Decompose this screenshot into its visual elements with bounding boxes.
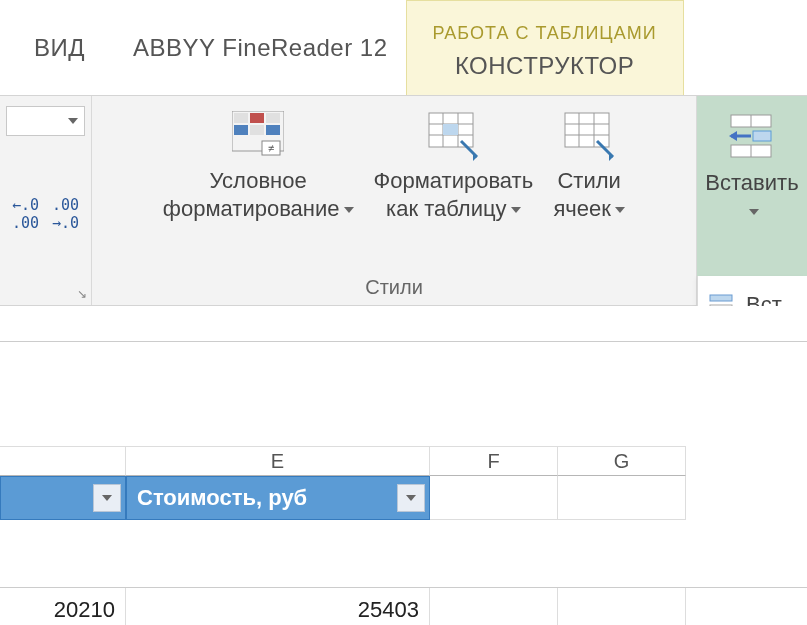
table-cell[interactable]: 25403 bbox=[126, 588, 430, 625]
number-format-dropdown[interactable] bbox=[6, 106, 85, 136]
chevron-down-icon bbox=[102, 495, 112, 501]
ribbon-group-insert: Вставить bbox=[697, 96, 807, 305]
format-as-table-icon bbox=[421, 106, 485, 166]
spreadsheet: E F G Стоимость, руб 20210 25403 bbox=[0, 306, 807, 625]
insert-label: Вставить bbox=[705, 170, 798, 195]
column-header-f[interactable]: F bbox=[430, 446, 558, 476]
insert-cells-icon bbox=[720, 108, 784, 168]
cell[interactable] bbox=[558, 476, 686, 520]
svg-text:≠: ≠ bbox=[268, 142, 274, 154]
svg-rect-4 bbox=[234, 125, 248, 135]
svg-rect-25 bbox=[710, 295, 732, 301]
ribbon-tab-strip: ВИД ABBYY FineReader 12 РАБОТА С ТАБЛИЦА… bbox=[0, 0, 807, 96]
formula-bar[interactable] bbox=[0, 306, 807, 342]
svg-rect-6 bbox=[266, 125, 280, 135]
column-header-e[interactable]: E bbox=[126, 446, 430, 476]
insert-cells-button[interactable]: Вставить bbox=[701, 106, 802, 226]
chevron-down-icon bbox=[615, 207, 625, 213]
cond-fmt-line2: форматирование bbox=[163, 196, 340, 221]
contextual-tab-label: КОНСТРУКТОР bbox=[455, 52, 634, 80]
table-header-col-e[interactable]: Стоимость, руб bbox=[126, 476, 430, 520]
cell[interactable] bbox=[430, 476, 558, 520]
chevron-down-icon bbox=[511, 207, 521, 213]
tab-view-label: ВИД bbox=[34, 34, 85, 62]
filter-button[interactable] bbox=[397, 484, 425, 512]
styles-group-label: Стили bbox=[102, 276, 686, 299]
dialog-launcher-icon[interactable]: ↘ bbox=[77, 287, 87, 301]
tab-design-contextual[interactable]: РАБОТА С ТАБЛИЦАМИ КОНСТРУКТОР bbox=[406, 0, 684, 95]
ribbon-group-styles: ≠ Условное форматирование bbox=[92, 96, 697, 305]
svg-rect-14 bbox=[443, 124, 458, 135]
tab-abbyy-label: ABBYY FineReader 12 bbox=[133, 34, 388, 62]
contextual-tab-supertitle: РАБОТА С ТАБЛИЦАМИ bbox=[433, 23, 657, 44]
conditional-formatting-icon: ≠ bbox=[226, 106, 290, 166]
chevron-down-icon bbox=[749, 209, 759, 215]
increase-decimal-button[interactable]: ←←.0.0 .00 bbox=[9, 196, 43, 232]
svg-rect-5 bbox=[250, 125, 264, 135]
chevron-down-icon bbox=[68, 118, 78, 124]
cell-styles-icon bbox=[557, 106, 621, 166]
table-header-col-d[interactable] bbox=[0, 476, 126, 520]
cell-styles-line2: ячеек bbox=[553, 196, 610, 221]
svg-rect-1 bbox=[234, 113, 248, 123]
svg-rect-24 bbox=[753, 131, 771, 141]
filter-button[interactable] bbox=[93, 484, 121, 512]
table-cell[interactable]: 20210 bbox=[0, 588, 126, 625]
format-as-table-button[interactable]: Форматировать как таблицу bbox=[370, 104, 538, 224]
conditional-formatting-button[interactable]: ≠ Условное форматирование bbox=[159, 104, 358, 224]
cell-styles-button[interactable]: Стили ячеек bbox=[549, 104, 629, 224]
cell[interactable] bbox=[430, 588, 558, 625]
column-header-g[interactable]: G bbox=[558, 446, 686, 476]
tab-abbyy[interactable]: ABBYY FineReader 12 bbox=[115, 0, 406, 95]
fmt-table-line2: как таблицу bbox=[386, 196, 506, 221]
svg-rect-2 bbox=[250, 113, 264, 123]
fmt-table-line1: Форматировать bbox=[374, 168, 534, 194]
ribbon: ←←.0.0 .00 .00 →.0→.0 ↘ bbox=[0, 96, 807, 306]
chevron-down-icon bbox=[344, 207, 354, 213]
column-header-d[interactable] bbox=[0, 446, 126, 476]
decrease-decimal-button[interactable]: .00 →.0→.0 bbox=[49, 196, 83, 232]
chevron-down-icon bbox=[406, 495, 416, 501]
cell-styles-line1: Стили bbox=[557, 168, 620, 194]
cell[interactable] bbox=[558, 588, 686, 625]
cond-fmt-line1: Условное bbox=[210, 168, 307, 194]
tab-view[interactable]: ВИД bbox=[28, 0, 115, 95]
ribbon-group-number: ←←.0.0 .00 .00 →.0→.0 ↘ bbox=[0, 96, 92, 305]
svg-rect-3 bbox=[266, 113, 280, 123]
svg-rect-15 bbox=[565, 113, 609, 147]
